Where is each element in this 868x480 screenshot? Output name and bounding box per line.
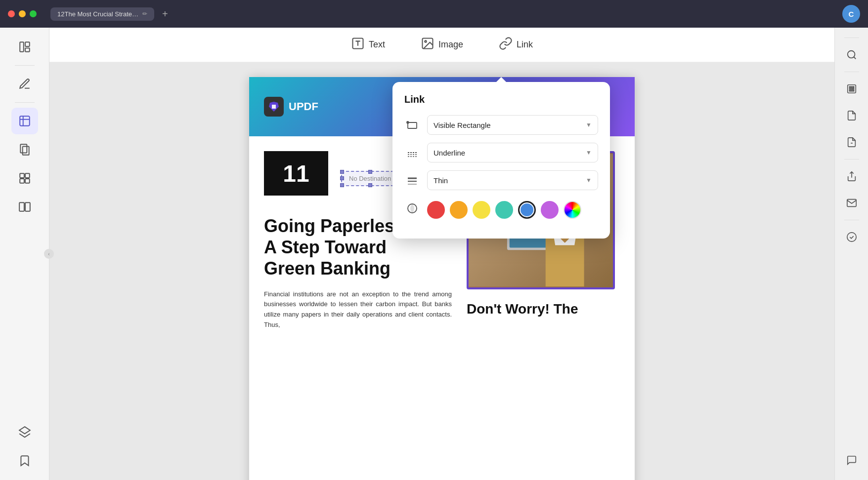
sidebar-collapse-button[interactable]: ‹ — [44, 249, 54, 259]
updf-logo-icon — [264, 97, 284, 117]
svg-rect-10 — [20, 179, 24, 183]
pdf-body-text: Financial institutions are not an except… — [264, 289, 452, 330]
pdf-heading-line2: A Step Toward — [264, 237, 452, 258]
thickness-icon — [404, 172, 420, 188]
tab-area: 12The Most Crucial Strate… ✏ + — [50, 6, 172, 22]
style-select-arrow: ▼ — [586, 149, 592, 156]
sidebar-item-pages[interactable] — [11, 136, 38, 163]
number-box: 11 — [264, 151, 328, 196]
toolbar-link-label: Link — [517, 40, 533, 50]
svg-rect-12 — [19, 202, 24, 211]
shape-select[interactable]: Visible Rectangle ▼ — [427, 115, 598, 135]
shape-icon — [404, 117, 420, 133]
popup-color-row — [404, 198, 598, 219]
color-purple[interactable] — [541, 201, 559, 219]
style-icon — [404, 145, 420, 160]
add-tab-button[interactable]: + — [158, 6, 172, 22]
svg-rect-40 — [847, 85, 856, 93]
sidebar-item-annotate[interactable] — [11, 71, 38, 97]
toolbar-image-label: Image — [438, 40, 463, 50]
handle-lm[interactable] — [340, 176, 344, 180]
save-button[interactable] — [840, 225, 864, 249]
sidebar-divider-1 — [15, 65, 35, 66]
svg-rect-3 — [20, 116, 30, 126]
svg-line-39 — [854, 57, 856, 59]
thickness-select[interactable]: Thin ▼ — [427, 170, 598, 190]
svg-point-38 — [847, 51, 855, 58]
right-divider-top — [844, 38, 859, 38]
sidebar-item-organize[interactable] — [11, 165, 38, 192]
svg-rect-29 — [408, 122, 417, 128]
svg-rect-2 — [25, 48, 30, 52]
maximize-button[interactable] — [30, 10, 37, 17]
toolbar-text-item[interactable]: Text — [343, 33, 393, 57]
right-divider-1 — [844, 72, 859, 72]
handle-bm[interactable] — [368, 183, 372, 187]
svg-point-30 — [407, 121, 409, 123]
color-yellow[interactable] — [473, 201, 490, 219]
color-icon — [404, 200, 420, 216]
top-toolbar: Text Image Link — [49, 28, 834, 62]
toolbar-text-label: Text — [369, 40, 385, 50]
tab-edit-icon[interactable]: ✏ — [142, 10, 147, 17]
color-picker-button[interactable] — [564, 201, 581, 219]
color-swatches — [427, 201, 581, 219]
popup-shape-row: Visible Rectangle ▼ — [404, 115, 598, 135]
updf-logo: UPDF — [264, 97, 318, 117]
search-button[interactable] — [840, 43, 864, 67]
style-select[interactable]: Underline ▼ — [427, 143, 598, 162]
close-button[interactable] — [8, 10, 15, 17]
number-text: 11 — [283, 160, 309, 187]
ocr-button[interactable] — [840, 77, 864, 101]
svg-rect-6 — [20, 144, 27, 153]
content-area: Text Image Link — [49, 28, 834, 480]
text-tool-icon — [351, 37, 365, 53]
popup-style-row: Underline ▼ — [404, 143, 598, 162]
handle-bl[interactable] — [340, 183, 344, 187]
popup-thickness-row: Thin ▼ — [404, 170, 598, 190]
link-selection-box[interactable]: No Destination — [341, 171, 399, 186]
sidebar-item-bookmark[interactable] — [11, 447, 38, 474]
link-placeholder-text: No Destination — [349, 175, 391, 182]
tab-title-text: 12The Most Crucial Strate… — [57, 10, 138, 18]
secure-button[interactable] — [840, 130, 864, 154]
comments-button[interactable] — [840, 448, 864, 472]
pdf-heading-line3: Green Banking — [264, 258, 452, 279]
share-button[interactable] — [840, 164, 864, 188]
svg-rect-8 — [20, 173, 24, 178]
email-button[interactable] — [840, 191, 864, 215]
handle-tm[interactable] — [368, 170, 372, 174]
link-tool-icon — [499, 37, 513, 53]
traffic-lights — [8, 10, 37, 17]
sidebar-item-layers[interactable] — [11, 419, 38, 445]
color-blue[interactable] — [518, 201, 536, 219]
toolbar-link-item[interactable]: Link — [491, 33, 541, 57]
color-teal[interactable] — [495, 201, 513, 219]
titlebar: 12The Most Crucial Strate… ✏ + C — [0, 0, 868, 28]
svg-marker-14 — [19, 427, 30, 434]
convert-button[interactable] — [840, 104, 864, 127]
shape-select-value: Visible Rectangle — [434, 121, 491, 129]
bottom-heading: Don't Worry! The — [467, 301, 620, 317]
sidebar-divider-2 — [15, 102, 35, 103]
svg-rect-7 — [22, 147, 29, 155]
svg-rect-13 — [25, 202, 30, 211]
svg-point-17 — [425, 40, 427, 42]
right-sidebar — [834, 28, 868, 480]
tab-item[interactable]: 12The Most Crucial Strate… ✏ — [50, 7, 154, 21]
toolbar-image-item[interactable]: Image — [413, 33, 471, 57]
style-select-value: Underline — [434, 149, 465, 157]
sidebar-item-compare[interactable] — [11, 194, 38, 220]
right-divider-3 — [844, 220, 859, 220]
svg-point-43 — [847, 233, 856, 241]
link-selection-area[interactable]: No Destination — [336, 171, 399, 186]
handle-tl[interactable] — [340, 170, 344, 174]
minimize-button[interactable] — [19, 10, 26, 17]
sidebar-item-edit[interactable] — [11, 108, 38, 134]
sidebar-item-panel[interactable] — [11, 34, 38, 60]
color-orange[interactable] — [450, 201, 468, 219]
svg-rect-0 — [20, 42, 24, 52]
svg-rect-1 — [25, 42, 30, 46]
avatar[interactable]: C — [842, 5, 860, 23]
color-red[interactable] — [427, 201, 445, 219]
